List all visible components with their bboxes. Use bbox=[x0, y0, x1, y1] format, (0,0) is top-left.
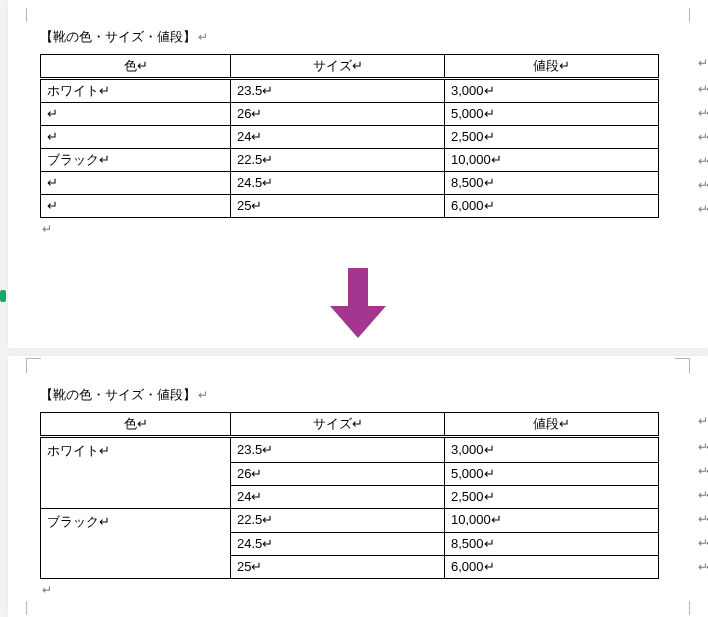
table-row[interactable]: ブラック↵ 22.5↵ 10,000↵ bbox=[41, 149, 659, 172]
table-before[interactable]: 色↵ サイズ↵ 値段↵ ホワイト↵ 23.5↵ 3,000↵ ↵ 26↵ 5,0… bbox=[40, 54, 659, 218]
heading-after: 【靴の色・サイズ・値段】↵ bbox=[40, 386, 676, 404]
col-header-price[interactable]: 値段↵ bbox=[445, 55, 659, 79]
merged-cell-black[interactable]: ブラック↵ bbox=[41, 508, 231, 533]
table-row[interactable]: 25↵ 6,000↵ bbox=[41, 556, 659, 579]
table-row[interactable]: ホワイト↵ 23.5↵ 3,000↵ bbox=[41, 79, 659, 103]
heading-before: 【靴の色・サイズ・値段】↵ bbox=[40, 28, 676, 46]
table-row[interactable]: ↵ 26↵ 5,000↵ bbox=[41, 103, 659, 126]
col-header-color[interactable]: 色↵ bbox=[41, 55, 231, 79]
svg-marker-0 bbox=[330, 268, 386, 338]
table-header-row: 色↵ サイズ↵ 値段↵ bbox=[41, 413, 659, 437]
paragraph-mark: ↵ bbox=[198, 388, 208, 402]
row-end-mark: ↵↵ bbox=[698, 82, 708, 96]
table-row[interactable]: ↵ 25↵ 6,000↵ bbox=[41, 195, 659, 218]
row-end-mark: ↵↵ bbox=[698, 178, 708, 192]
empty-paragraph: ↵ bbox=[40, 222, 676, 236]
row-end-mark: ↵ bbox=[698, 414, 708, 428]
table-row[interactable]: ↵ 24.5↵ 8,500↵ bbox=[41, 172, 659, 195]
row-end-mark: ↵↵ bbox=[698, 488, 708, 502]
col-header-color[interactable]: 色↵ bbox=[41, 413, 231, 437]
row-end-mark: ↵↵ bbox=[698, 512, 708, 526]
table-row[interactable]: 26↵ 5,000↵ bbox=[41, 462, 659, 485]
row-end-mark: ↵↵ bbox=[698, 202, 708, 216]
table-row[interactable]: 24.5↵ 8,500↵ bbox=[41, 533, 659, 556]
table-header-row: 色↵ サイズ↵ 値段↵ bbox=[41, 55, 659, 79]
selection-marker bbox=[0, 290, 6, 302]
row-end-mark: ↵↵ bbox=[698, 440, 708, 454]
down-arrow-icon bbox=[328, 268, 388, 342]
table-after[interactable]: 色↵ サイズ↵ 値段↵ ホワイト↵ 23.5↵ 3,000↵ 26↵ 5,000… bbox=[40, 412, 659, 579]
table-row[interactable]: ↵ 24↵ 2,500↵ bbox=[41, 126, 659, 149]
merged-cell-white[interactable]: ホワイト↵ bbox=[41, 437, 231, 463]
row-end-mark: ↵↵ bbox=[698, 536, 708, 550]
col-header-price[interactable]: 値段↵ bbox=[445, 413, 659, 437]
row-end-mark: ↵↵ bbox=[698, 464, 708, 478]
row-end-mark: ↵↵ bbox=[698, 130, 708, 144]
table-row[interactable]: ホワイト↵ 23.5↵ 3,000↵ bbox=[41, 437, 659, 463]
row-end-mark: ↵ bbox=[698, 56, 708, 70]
row-end-mark: ↵↵ bbox=[698, 154, 708, 168]
page-after: 【靴の色・サイズ・値段】↵ 色↵ サイズ↵ 値段↵ ホワイト↵ 23.5↵ 3,… bbox=[8, 356, 708, 617]
page-before: 【靴の色・サイズ・値段】↵ 色↵ サイズ↵ 値段↵ ホワイト↵ 23.5↵ 3,… bbox=[8, 0, 708, 348]
table-row[interactable]: 24↵ 2,500↵ bbox=[41, 485, 659, 508]
row-end-mark: ↵↵ bbox=[698, 560, 708, 574]
col-header-size[interactable]: サイズ↵ bbox=[231, 413, 445, 437]
row-end-mark: ↵↵ bbox=[698, 106, 708, 120]
paragraph-mark: ↵ bbox=[198, 30, 208, 44]
table-row[interactable]: ブラック↵ 22.5↵ 10,000↵ bbox=[41, 508, 659, 533]
col-header-size[interactable]: サイズ↵ bbox=[231, 55, 445, 79]
empty-paragraph: ↵ bbox=[40, 583, 676, 597]
